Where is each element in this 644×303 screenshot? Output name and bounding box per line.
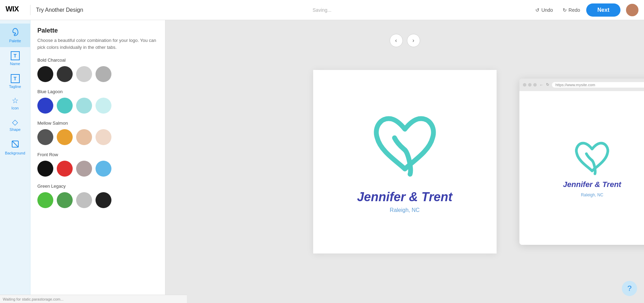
redo-button[interactable]: ↻ Redo <box>559 5 583 15</box>
browser-content: Jennifer & Trent Raleigh, NC <box>519 91 644 245</box>
next-icon: › <box>412 37 414 44</box>
palette-header: Palette Choose a beautiful color combina… <box>30 20 165 54</box>
avatar <box>626 4 638 16</box>
undo-button[interactable]: ↺ Undo <box>532 5 556 15</box>
palette-panel-title: Palette <box>37 27 158 34</box>
browser-bar: ← ↻ https://www.mysite.com <box>519 79 644 91</box>
status-text: Waiting for static.parastorage.com... <box>3 297 64 301</box>
sidebar-item-shape[interactable]: ◇ Shape <box>0 114 30 136</box>
tagline-label: Tagline <box>9 84 21 89</box>
palette-list: Bold CharcoalBlue LagoonMellow SalmonFro… <box>30 54 165 303</box>
color-swatch[interactable] <box>76 98 92 114</box>
browser-dot-3 <box>533 83 537 87</box>
palette-group: Front Row <box>37 152 158 177</box>
color-swatch[interactable] <box>37 161 53 177</box>
topbar-divider <box>30 5 30 15</box>
next-design-button[interactable]: › <box>407 34 420 47</box>
browser-dots <box>523 83 537 87</box>
help-button[interactable]: ? <box>622 281 637 296</box>
name-label: Name <box>10 62 20 66</box>
palette-group-name: Blue Lagoon <box>37 89 158 94</box>
status-bar: Waiting for static.parastorage.com... <box>0 295 187 303</box>
browser-refresh-icon: ↻ <box>546 82 549 87</box>
color-swatch[interactable] <box>96 129 111 145</box>
color-swatch[interactable] <box>76 66 92 82</box>
tagline-icon: T <box>11 74 20 83</box>
sidebar-item-palette[interactable]: Palette <box>0 24 30 47</box>
palette-panel-desc: Choose a beautiful color combination for… <box>37 37 158 51</box>
prev-design-button[interactable]: ‹ <box>390 34 403 47</box>
topbar-actions: ↺ Undo ↻ Redo Next <box>532 3 638 17</box>
color-swatch[interactable] <box>96 192 111 208</box>
shape-label: Shape <box>10 127 21 132</box>
logo-heart-svg <box>370 110 439 179</box>
palette-icon <box>11 28 19 37</box>
sidebar-item-background[interactable]: Background <box>0 136 30 159</box>
color-swatch[interactable] <box>57 161 73 177</box>
background-label: Background <box>5 151 25 155</box>
shape-icon: ◇ <box>12 118 18 126</box>
main-canvas-area: ‹ › Jennifer & Trent Raleigh, NC <box>165 20 644 303</box>
icon-icon: ☆ <box>12 97 19 105</box>
next-button[interactable]: Next <box>586 3 620 17</box>
color-swatch[interactable] <box>76 129 92 145</box>
color-swatch[interactable] <box>37 192 53 208</box>
color-swatch[interactable] <box>57 192 73 208</box>
color-swatch[interactable] <box>37 129 53 145</box>
palette-panel: Palette Choose a beautiful color combina… <box>30 20 165 303</box>
logo-business-name: Jennifer & Trent <box>357 190 452 204</box>
color-swatch[interactable] <box>96 161 111 177</box>
palette-swatches <box>37 129 158 145</box>
logo-card: Jennifer & Trent Raleigh, NC <box>313 70 497 253</box>
wix-logo: WIX <box>6 4 25 16</box>
background-icon <box>11 140 19 150</box>
main-layout: Palette T Name T Tagline ☆ Icon ◇ Shape … <box>0 20 644 303</box>
prev-icon: ‹ <box>395 37 397 44</box>
palette-swatches <box>37 66 158 82</box>
palette-label: Palette <box>9 39 21 43</box>
icon-label: Icon <box>11 106 19 110</box>
topbar-title: Try Another Design <box>36 7 83 13</box>
color-swatch[interactable] <box>76 161 92 177</box>
palette-swatches <box>37 192 158 208</box>
palette-group: Bold Charcoal <box>37 57 158 82</box>
color-swatch[interactable] <box>57 129 73 145</box>
palette-group: Green Legacy <box>37 184 158 208</box>
color-swatch[interactable] <box>37 98 53 114</box>
browser-dot-2 <box>528 83 532 87</box>
svg-text:WIX: WIX <box>6 5 19 13</box>
color-swatch[interactable] <box>57 98 73 114</box>
sidebar-nav: Palette T Name T Tagline ☆ Icon ◇ Shape … <box>0 20 30 303</box>
palette-group-name: Front Row <box>37 152 158 157</box>
palette-swatches <box>37 161 158 177</box>
color-swatch[interactable] <box>96 98 111 114</box>
color-swatch[interactable] <box>96 66 111 82</box>
redo-label: Redo <box>569 7 580 13</box>
saving-status: Saving... <box>312 7 331 13</box>
name-icon: T <box>11 51 20 60</box>
palette-swatches <box>37 98 158 114</box>
browser-back-icon: ← <box>539 83 543 87</box>
undo-label: Undo <box>541 7 553 13</box>
palette-group-name: Green Legacy <box>37 184 158 189</box>
svg-line-2 <box>12 141 18 147</box>
palette-group: Mellow Salmon <box>37 121 158 145</box>
browser-url: https://www.mysite.com <box>552 82 644 88</box>
color-swatch[interactable] <box>37 66 53 82</box>
browser-mockup: ← ↻ https://www.mysite.com Jennifer & Tr… <box>519 79 644 245</box>
browser-tagline: Raleigh, NC <box>581 193 604 197</box>
sidebar-item-name[interactable]: T Name <box>0 47 30 70</box>
logo-tagline: Raleigh, NC <box>390 207 419 213</box>
sidebar-item-icon[interactable]: ☆ Icon <box>0 93 30 114</box>
sidebar-item-tagline[interactable]: T Tagline <box>0 70 30 93</box>
browser-logo-heart-svg <box>573 139 611 177</box>
palette-group: Blue Lagoon <box>37 89 158 114</box>
palette-group-name: Bold Charcoal <box>37 57 158 63</box>
undo-icon: ↺ <box>535 7 539 13</box>
topbar: WIX Try Another Design Saving... ↺ Undo … <box>0 0 644 20</box>
color-swatch[interactable] <box>76 192 92 208</box>
palette-group-name: Mellow Salmon <box>37 121 158 126</box>
color-swatch[interactable] <box>57 66 73 82</box>
canvas-nav: ‹ › <box>390 34 420 47</box>
redo-icon: ↻ <box>563 7 567 13</box>
